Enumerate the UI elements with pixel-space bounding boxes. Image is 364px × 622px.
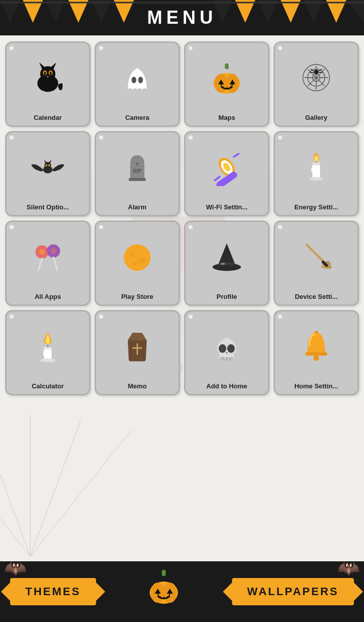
app-grid: Calendar Camera xyxy=(0,35,364,402)
footer-pumpkin xyxy=(144,567,184,616)
calendar-label: Calendar xyxy=(32,114,64,121)
svg-point-80 xyxy=(140,251,143,254)
svg-point-78 xyxy=(139,257,145,263)
gallery-item[interactable]: Gallery xyxy=(274,41,359,127)
profile-item[interactable]: Profile xyxy=(184,220,269,306)
svg-line-73 xyxy=(38,258,42,270)
svg-point-79 xyxy=(133,261,137,265)
svg-marker-9 xyxy=(281,0,301,23)
header-title: MENU xyxy=(147,7,217,28)
cat-icon xyxy=(7,43,89,112)
svg-rect-106 xyxy=(305,352,327,356)
svg-line-109 xyxy=(0,430,30,556)
energy-item[interactable]: Energy Setti... xyxy=(274,131,359,216)
svg-point-107 xyxy=(313,355,319,361)
svg-rect-100 xyxy=(220,357,224,361)
coffin-icon xyxy=(96,312,178,380)
moon-icon xyxy=(96,222,178,291)
addtohome-label: Add to Home xyxy=(204,382,249,390)
alarm-label: Alarm xyxy=(126,203,149,211)
ghost-icon xyxy=(96,43,178,112)
svg-line-113 xyxy=(30,430,131,556)
svg-marker-3 xyxy=(68,0,88,23)
playstore-label: Play Store xyxy=(119,293,156,300)
witchhat-icon xyxy=(186,222,268,291)
svg-point-52 xyxy=(46,164,48,166)
svg-marker-7 xyxy=(235,0,255,23)
bell-icon xyxy=(275,312,357,380)
gallery-label: Gallery xyxy=(303,114,329,121)
svg-point-53 xyxy=(48,164,50,166)
gravestone-icon: RIP xyxy=(96,132,178,201)
svg-point-23 xyxy=(131,76,136,83)
devicesettings-item[interactable]: Device Setti... xyxy=(274,220,359,306)
memo-label: Memo xyxy=(126,382,149,390)
svg-text:RIP: RIP xyxy=(133,168,142,173)
memo-item[interactable]: Memo xyxy=(95,310,180,395)
skull-icon xyxy=(186,312,268,380)
svg-marker-12 xyxy=(346,0,364,23)
svg-rect-55 xyxy=(129,178,146,181)
calculator-item[interactable]: Calculator xyxy=(5,310,90,395)
svg-rect-84 xyxy=(221,262,225,264)
footer: 🦇 🦇 THEMES WALLPAPERS xyxy=(0,561,364,622)
svg-marker-1 xyxy=(23,0,43,23)
svg-marker-5 xyxy=(114,0,134,23)
wifi-label: Wi-Fi Settin... xyxy=(204,203,249,211)
svg-marker-10 xyxy=(303,0,324,23)
svg-rect-25 xyxy=(225,63,229,69)
svg-line-112 xyxy=(30,420,81,556)
svg-point-99 xyxy=(227,344,235,352)
calendar-item[interactable]: Calendar xyxy=(5,41,90,127)
svg-line-75 xyxy=(54,257,58,270)
allapps-item[interactable]: All Apps xyxy=(5,220,90,306)
devicesettings-label: Device Setti... xyxy=(293,293,340,300)
silent-label: Silent Optio... xyxy=(25,203,71,211)
spiderweb-icon xyxy=(275,43,357,112)
maps-label: Maps xyxy=(216,114,237,121)
svg-point-76 xyxy=(124,244,151,271)
homesettings-item[interactable]: Home Settin... xyxy=(274,310,359,395)
svg-line-110 xyxy=(0,420,30,556)
bat-left-decoration: 🦇 xyxy=(4,558,27,579)
alarm-item[interactable]: RIP Alarm xyxy=(95,131,180,216)
profile-label: Profile xyxy=(214,293,239,300)
svg-line-62 xyxy=(234,154,239,157)
balloon-strings xyxy=(0,405,182,556)
wallpapers-button[interactable]: WALLPAPERS xyxy=(232,578,354,605)
svg-rect-69 xyxy=(312,162,320,165)
svg-marker-8 xyxy=(258,0,278,23)
maps-item[interactable]: Maps xyxy=(184,41,269,127)
pumpkin-icon xyxy=(186,43,268,112)
candy-icon xyxy=(186,132,268,201)
wifi-item[interactable]: Wi-Fi Settin... xyxy=(184,131,269,216)
svg-marker-0 xyxy=(0,0,20,23)
svg-point-77 xyxy=(130,252,134,256)
header: MENU xyxy=(0,0,364,35)
allapps-label: All Apps xyxy=(32,293,63,300)
svg-rect-114 xyxy=(162,570,166,576)
candle-icon xyxy=(275,132,357,201)
svg-rect-92 xyxy=(44,347,52,349)
svg-rect-108 xyxy=(314,331,318,334)
playstore-item[interactable]: Play Store xyxy=(95,220,180,306)
svg-point-21 xyxy=(50,71,52,75)
camera-label: Camera xyxy=(123,114,152,121)
svg-point-24 xyxy=(138,76,143,83)
energy-label: Energy Setti... xyxy=(292,203,340,211)
bat-icon xyxy=(7,132,89,201)
silent-item[interactable]: Silent Optio... xyxy=(5,131,90,216)
svg-rect-102 xyxy=(230,357,233,361)
svg-point-93 xyxy=(40,358,56,362)
broom-icon xyxy=(275,222,357,291)
themes-button[interactable]: THEMES xyxy=(10,578,96,605)
svg-point-20 xyxy=(44,71,46,75)
bat-right-decoration: 🦇 xyxy=(337,558,360,579)
svg-point-43 xyxy=(314,69,318,74)
svg-point-98 xyxy=(219,344,226,352)
addtohome-item[interactable]: Add to Home xyxy=(184,310,269,395)
camera-item[interactable]: Camera xyxy=(95,41,180,127)
svg-marker-2 xyxy=(46,0,66,23)
calculator-label: Calculator xyxy=(30,382,66,390)
homesettings-label: Home Settin... xyxy=(292,382,340,390)
